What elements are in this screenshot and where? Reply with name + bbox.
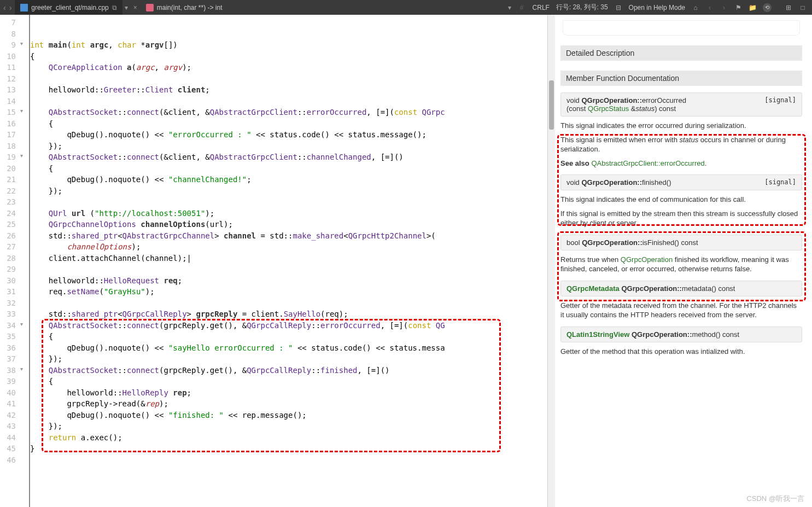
code-line[interactable]: [30, 30, 547, 41]
code-line[interactable]: req.setName("GrayHsu");: [29, 287, 547, 299]
fold-marker[interactable]: [19, 276, 29, 288]
code-line[interactable]: int main(int argc, char *argv[]): [29, 40, 547, 52]
nav-back-icon[interactable]: ‹: [3, 3, 6, 12]
code-line[interactable]: QAbstractSocket::connect(&client, &QAbst…: [29, 153, 547, 164]
method-crumb[interactable]: main(int, char **) -> int: [141, 0, 228, 15]
link-icon[interactable]: ⟲: [763, 3, 772, 12]
code-area[interactable]: int main(int argc, char *argv[]){ QCoreA…: [29, 15, 547, 507]
fold-marker[interactable]: [19, 85, 29, 97]
code-line[interactable]: qDebug().noquote() << "finished: " << re…: [29, 411, 547, 422]
fold-marker[interactable]: [19, 399, 29, 411]
fold-marker[interactable]: [19, 40, 29, 52]
fold-marker[interactable]: [19, 197, 29, 209]
fold-marker[interactable]: [19, 18, 29, 30]
code-line[interactable]: qDebug().noquote() << "errorOccurred : "…: [29, 130, 547, 142]
fold-marker[interactable]: [19, 130, 29, 142]
code-line[interactable]: });: [29, 187, 547, 198]
code-line[interactable]: QAbstractSocket::connect(grpcReply.get()…: [29, 366, 547, 377]
code-line[interactable]: channelOptions);: [29, 242, 547, 254]
code-line[interactable]: {: [29, 164, 547, 176]
code-line[interactable]: {: [29, 332, 547, 343]
home-icon[interactable]: ⌂: [692, 4, 699, 11]
code-line[interactable]: {: [29, 52, 547, 63]
cursor-position[interactable]: 行号: 28, 列号: 35: [556, 3, 608, 12]
code-line[interactable]: });: [29, 142, 547, 153]
code-line[interactable]: QUrl url ("http://localhost:50051");: [29, 209, 547, 220]
fold-marker[interactable]: [19, 74, 29, 86]
close-panel-icon[interactable]: □: [799, 4, 807, 11]
fold-marker[interactable]: [19, 52, 29, 63]
nav-next-icon[interactable]: ›: [720, 4, 728, 11]
fold-marker[interactable]: [19, 187, 29, 198]
code-line[interactable]: });: [29, 422, 547, 433]
code-line[interactable]: helloworld::Greeter::Client client;: [29, 85, 547, 97]
fold-marker[interactable]: [19, 119, 29, 131]
crumb-dropdown-icon[interactable]: ▾: [508, 4, 511, 11]
type-link[interactable]: QGrpcMetadata: [566, 284, 620, 293]
code-line[interactable]: [29, 97, 547, 108]
code-line[interactable]: QAbstractSocket::connect(&client, &QAbst…: [29, 108, 547, 119]
fold-marker[interactable]: [19, 30, 29, 41]
code-line[interactable]: std::shared_ptr<QGrpcCallReply> grpcRepl…: [29, 310, 547, 321]
code-line[interactable]: [29, 74, 547, 86]
type-link[interactable]: QGrpcOperation: [621, 255, 673, 264]
code-line[interactable]: {: [29, 119, 547, 131]
nav-prev-icon[interactable]: ‹: [706, 4, 714, 11]
fold-marker[interactable]: [19, 366, 29, 377]
nav-fwd-icon[interactable]: ›: [9, 3, 12, 12]
fold-marker[interactable]: [19, 354, 29, 366]
split-icon[interactable]: ⊟: [615, 4, 622, 11]
bookmark-icon[interactable]: ⚑: [734, 4, 742, 11]
code-line[interactable]: helloworld::HelloRequest req;: [29, 276, 547, 288]
fold-marker[interactable]: [19, 456, 29, 467]
fold-marker[interactable]: [19, 242, 29, 254]
fold-marker[interactable]: [19, 321, 29, 333]
tab-close-icon[interactable]: ×: [130, 4, 141, 11]
fold-marker[interactable]: [19, 164, 29, 176]
fold-marker[interactable]: [19, 377, 29, 388]
editor-scrollbar[interactable]: [547, 15, 555, 507]
fold-marker[interactable]: [19, 388, 29, 400]
fold-marker[interactable]: [19, 209, 29, 220]
code-line[interactable]: [29, 197, 547, 209]
code-line[interactable]: });: [29, 354, 547, 366]
fold-marker[interactable]: [19, 175, 29, 187]
type-link[interactable]: QLatin1StringView: [566, 330, 629, 339]
fold-marker[interactable]: [19, 142, 29, 153]
fold-marker[interactable]: [19, 422, 29, 433]
fold-marker[interactable]: [19, 433, 29, 445]
fold-marker[interactable]: [19, 411, 29, 422]
seealso-link[interactable]: QAbstractGrpcClient::errorOccurred: [591, 159, 704, 167]
code-line[interactable]: [29, 456, 547, 467]
fold-marker[interactable]: [19, 108, 29, 119]
code-line[interactable]: client.attachChannel(channel);|: [29, 254, 547, 265]
add-panel-icon[interactable]: ⊞: [785, 4, 792, 11]
fold-marker[interactable]: [19, 63, 29, 74]
code-line[interactable]: {: [29, 377, 547, 388]
fold-marker[interactable]: [19, 287, 29, 299]
line-ending[interactable]: CRLF: [533, 4, 550, 11]
code-line[interactable]: QCoreApplication a(argc, argv);: [29, 63, 547, 74]
file-tab[interactable]: greeter_client_qt/main.cpp ⧉: [15, 0, 122, 15]
type-link[interactable]: QGrpcStatus: [588, 104, 629, 113]
help-mode-label[interactable]: Open in Help Mode: [629, 4, 685, 11]
fold-marker[interactable]: [19, 299, 29, 310]
code-line[interactable]: qDebug().noquote() << "channelChanged!";: [29, 175, 547, 187]
code-line[interactable]: std::shared_ptr<QAbstractGrpcChannel> ch…: [29, 231, 547, 243]
code-line[interactable]: [29, 299, 547, 310]
fold-marker[interactable]: [19, 343, 29, 355]
fold-marker[interactable]: [19, 332, 29, 343]
code-line[interactable]: qDebug().noquote() << "sayHello errorOcc…: [29, 343, 547, 355]
tab-dropdown-icon[interactable]: ▾: [122, 4, 130, 11]
fold-marker[interactable]: [19, 310, 29, 321]
fold-marker[interactable]: [19, 444, 29, 456]
fold-marker[interactable]: [19, 97, 29, 108]
scrollbar-thumb[interactable]: [549, 80, 554, 130]
code-line[interactable]: [29, 265, 547, 276]
code-line[interactable]: QGrpcChannelOptions channelOptions(url);: [29, 220, 547, 231]
code-line[interactable]: grpcReply->read(&rep);: [29, 399, 547, 411]
folder-icon[interactable]: 📁: [749, 4, 756, 11]
fold-marker[interactable]: [19, 231, 29, 243]
fold-marker[interactable]: [19, 265, 29, 276]
code-line[interactable]: return a.exec();: [29, 433, 547, 445]
